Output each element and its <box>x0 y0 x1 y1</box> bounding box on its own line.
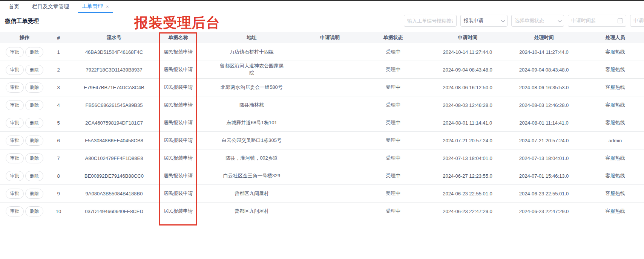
actions-cell: 审批 删除 <box>0 46 49 59</box>
process-time: 2024-07-21 20:57:24.0 <box>501 136 586 145</box>
doc-status: 受理中 <box>353 136 434 145</box>
col-header-process-time: 处理时间 <box>501 33 586 43</box>
approve-button[interactable]: 审批 <box>6 47 24 57</box>
delete-button[interactable]: 删除 <box>25 206 43 216</box>
address: 白云公园交叉路口1栋305号 <box>196 136 307 146</box>
tab-column-article-management[interactable]: 栏目及文章管理 <box>28 1 73 13</box>
order-type-select[interactable]: 报装申请 <box>460 15 508 27</box>
row-index: 3 <box>49 83 68 92</box>
order-number-search-input[interactable] <box>404 15 457 27</box>
handler: 客服热线 <box>586 189 644 198</box>
apply-time-start-input[interactable]: 申请时间起 <box>568 15 626 27</box>
doc-name: 居民报装申请 <box>160 82 196 92</box>
apply-time: 2024-09-04 08:43:48.0 <box>434 66 501 74</box>
page-title: 微信工单受理 <box>5 18 39 25</box>
address: 万店镇石桥村十四组 <box>196 47 307 57</box>
close-tab-icon[interactable]: × <box>106 4 109 9</box>
actions-cell: 审批 删除 <box>0 152 49 165</box>
table-row: 审批 删除 6 F5A30848B6EE40458CB8 居民报装申请 白云公园… <box>0 132 644 149</box>
handler: 客服热线 <box>586 153 644 163</box>
doc-name: 居民报装申请 <box>160 100 196 110</box>
address: 北郊两水沟居委会一组580号 <box>196 82 307 93</box>
apply-time-end-input[interactable]: 申请时间止 <box>630 15 644 27</box>
actions-cell: 审批 删除 <box>0 116 49 130</box>
delete-button[interactable]: 删除 <box>25 171 43 181</box>
doc-status: 受理中 <box>353 100 434 110</box>
apply-description <box>307 174 353 177</box>
row-index: 1 <box>49 48 68 56</box>
delete-button[interactable]: 删除 <box>25 65 43 75</box>
doc-status: 受理中 <box>353 189 434 198</box>
approve-button[interactable]: 审批 <box>6 189 24 199</box>
filter-bar: 报装申请 选择单据状态 申请时间起 申请时间止 <box>404 15 644 27</box>
work-order-table: 操作 # 流水号 单据名称 地址 申请说明 单据状态 申请时间 处理时间 处理人… <box>0 32 644 220</box>
approve-button[interactable]: 审批 <box>6 153 24 163</box>
col-header-status: 单据状态 <box>353 33 434 43</box>
table-row: 审批 删除 10 037D1494660640FE8CED 居民报装申请 曾都区… <box>0 203 644 220</box>
col-header-actions: 操作 <box>0 33 49 43</box>
doc-name: 居民报装申请 <box>160 47 196 57</box>
process-time: 2024-07-01 15:46:13.0 <box>501 172 586 180</box>
address: 随县，淮河镇，002乡道 <box>196 153 307 163</box>
apply-time: 2024-07-21 20:57:24.0 <box>434 136 501 145</box>
actions-cell: 审批 删除 <box>0 63 49 76</box>
apply-time: 2024-08-03 12:46:28.0 <box>434 101 501 110</box>
tab-label: 首页 <box>9 3 19 10</box>
col-header-address: 地址 <box>196 33 307 43</box>
apply-description <box>307 86 353 89</box>
approve-button[interactable]: 审批 <box>6 118 24 128</box>
apply-description <box>307 157 353 160</box>
apply-time: 2024-06-27 12:23:55.0 <box>434 172 501 180</box>
chevron-down-icon <box>501 18 505 22</box>
doc-name: 居民报装申请 <box>160 189 196 198</box>
doc-status: 受理中 <box>353 171 434 181</box>
table-row: 审批 删除 7 A80C102479FF4F1D88E8 居民报装申请 随县，淮… <box>0 149 644 167</box>
apply-time: 2024-10-14 11:27:44.0 <box>434 48 501 56</box>
approve-button[interactable]: 审批 <box>6 82 24 93</box>
tab-home[interactable]: 首页 <box>5 1 23 13</box>
delete-button[interactable]: 删除 <box>25 118 43 128</box>
order-status-select[interactable]: 选择单据状态 <box>511 15 564 27</box>
apply-time: 2024-07-13 18:04:01.0 <box>434 154 501 163</box>
apply-description <box>307 192 353 195</box>
approve-button[interactable]: 审批 <box>6 206 24 216</box>
tab-work-order-management[interactable]: 工单管理 × <box>78 1 113 13</box>
actions-cell: 审批 删除 <box>0 99 49 112</box>
process-time: 2024-06-23 22:47:29.0 <box>501 207 586 216</box>
row-index: 9 <box>49 189 68 198</box>
apply-description <box>307 50 353 53</box>
col-header-index: # <box>49 34 68 42</box>
delete-button[interactable]: 删除 <box>25 82 43 93</box>
process-time: 2024-08-06 16:35:53.0 <box>501 83 586 92</box>
approve-button[interactable]: 审批 <box>6 65 24 75</box>
apply-description <box>307 104 353 107</box>
actions-cell: 审批 删除 <box>0 205 49 218</box>
delete-button[interactable]: 删除 <box>25 153 43 163</box>
doc-name: 居民报装申请 <box>160 206 196 216</box>
tab-bar: 首页 栏目及文章管理 工单管理 × <box>0 1 644 13</box>
serial-number: 46BA3D51504F46168F4C <box>68 48 160 56</box>
apply-time: 2024-08-06 16:12:50.0 <box>434 83 501 92</box>
actions-cell: 审批 删除 <box>0 81 49 94</box>
order-type-select-value: 报装申请 <box>464 17 483 24</box>
table-row: 审批 删除 2 7922F18C3D11439B8937 居民报装申请 曾都区沿… <box>0 61 644 79</box>
doc-status: 受理中 <box>353 206 434 216</box>
delete-button[interactable]: 删除 <box>25 100 43 110</box>
row-index: 5 <box>49 119 68 127</box>
approve-button[interactable]: 审批 <box>6 136 24 146</box>
process-time: 2024-08-03 12:46:28.0 <box>501 101 586 110</box>
approve-button[interactable]: 审批 <box>6 100 24 110</box>
approve-button[interactable]: 审批 <box>6 171 24 181</box>
tab-label: 工单管理 <box>82 3 103 10</box>
col-header-doc-name: 单据名称 <box>160 33 196 43</box>
serial-number: 2CA4607598194DF181C7 <box>68 119 160 127</box>
doc-status: 受理中 <box>353 65 434 75</box>
row-index: 7 <box>49 154 68 163</box>
handler: 客服热线 <box>586 47 644 57</box>
handler: 客服热线 <box>586 100 644 110</box>
doc-status: 受理中 <box>353 153 434 163</box>
order-status-select-placeholder: 选择单据状态 <box>515 17 544 24</box>
delete-button[interactable]: 删除 <box>25 136 43 146</box>
delete-button[interactable]: 删除 <box>25 189 43 199</box>
delete-button[interactable]: 删除 <box>25 47 43 57</box>
